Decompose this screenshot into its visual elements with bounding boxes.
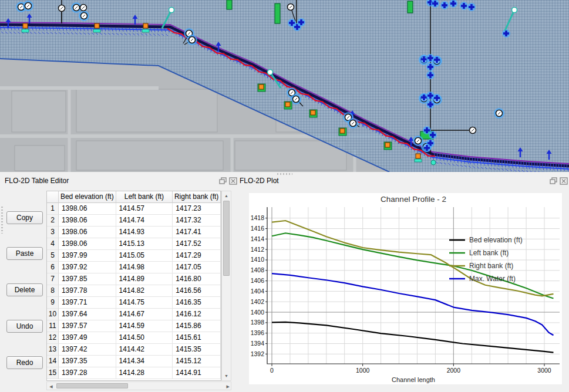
table-cell[interactable]: 1397.49 xyxy=(59,332,116,344)
map-canvas[interactable] xyxy=(0,0,569,172)
row-number[interactable]: 15 xyxy=(47,367,59,379)
scroll-down-arrow[interactable]: ▼ xyxy=(222,374,231,378)
row-number[interactable]: 1 xyxy=(47,203,59,215)
y-tick-label: 1400 xyxy=(251,309,265,316)
column-header[interactable]: Left bank (ft) xyxy=(116,191,173,203)
float-icon[interactable] xyxy=(219,177,227,185)
table-cell[interactable]: 1414.91 xyxy=(173,367,221,379)
row-number[interactable]: 6 xyxy=(47,262,59,273)
vertex-marker-icon xyxy=(426,100,435,109)
table-cell[interactable]: 1415.61 xyxy=(173,332,221,344)
table-cell[interactable]: 1414.59 xyxy=(116,320,173,332)
table-cell[interactable]: 1397.99 xyxy=(59,250,116,262)
table-cell[interactable]: 1417.23 xyxy=(173,203,221,215)
table-cell[interactable]: 1416.80 xyxy=(173,273,221,285)
copy-button[interactable]: Copy xyxy=(6,211,43,224)
table-vscrollbar[interactable]: ▲ ▼ xyxy=(221,191,231,381)
row-number[interactable]: 9 xyxy=(47,297,59,309)
table-hscrollbar[interactable]: ◀ ▶ xyxy=(46,381,231,390)
scroll-right-arrow[interactable]: ▶ xyxy=(224,384,230,388)
row-number[interactable]: 13 xyxy=(47,344,59,356)
y-tick-label: 1410 xyxy=(251,256,265,263)
table-cell[interactable]: 1415.12 xyxy=(173,356,221,367)
table-cell[interactable]: 1414.34 xyxy=(116,356,173,367)
table-row: 141397.351414.341415.12 xyxy=(47,356,221,367)
redo-button[interactable]: Redo xyxy=(6,356,43,369)
table-cell[interactable]: 1397.28 xyxy=(59,367,116,379)
table-corner[interactable] xyxy=(47,191,59,203)
row-number[interactable]: 14 xyxy=(47,356,59,367)
close-icon[interactable] xyxy=(560,177,568,185)
culvert-marker xyxy=(22,29,29,32)
table-cell[interactable]: 1398.06 xyxy=(59,215,116,227)
profile-plot[interactable]: 1392139413961398140014021404140614081410… xyxy=(249,193,562,384)
table-cell[interactable]: 1414.50 xyxy=(116,332,173,344)
table-editor-title: FLO-2D Table Editor xyxy=(5,177,69,185)
chart-svg: 1392139413961398140014021404140614081410… xyxy=(249,193,562,384)
column-header[interactable]: Right bank (ft) xyxy=(173,191,221,203)
close-icon[interactable] xyxy=(229,177,237,185)
table-cell[interactable]: 1414.57 xyxy=(116,203,173,215)
table-cell[interactable]: 1397.78 xyxy=(59,285,116,297)
table-cell[interactable]: 1397.92 xyxy=(59,262,116,273)
table-cell[interactable]: 1417.05 xyxy=(173,262,221,273)
row-number[interactable]: 10 xyxy=(47,309,59,320)
table-cell[interactable]: 1416.56 xyxy=(173,285,221,297)
table-row: 71397.851414.891416.80 xyxy=(47,273,221,285)
table-cell[interactable]: 1414.89 xyxy=(116,273,173,285)
table-cell[interactable]: 1414.42 xyxy=(116,344,173,356)
table-cell[interactable]: 1417.32 xyxy=(173,215,221,227)
float-icon[interactable] xyxy=(550,177,558,185)
dock-splitter-handle[interactable] xyxy=(1,207,3,234)
table-cell[interactable]: 1397.57 xyxy=(59,320,116,332)
table-cell[interactable]: 1415.13 xyxy=(116,238,173,250)
row-number[interactable]: 3 xyxy=(47,227,59,238)
cross-section-table[interactable]: Bed elevation (ft)Left bank (ft)Right ba… xyxy=(46,191,221,381)
table-cell[interactable]: 1414.67 xyxy=(116,309,173,320)
table-cell[interactable]: 1414.98 xyxy=(116,262,173,273)
vscroll-thumb[interactable] xyxy=(223,201,230,276)
scroll-up-arrow[interactable]: ▲ xyxy=(222,194,231,198)
table-cell[interactable]: 1417.52 xyxy=(173,238,221,250)
table-cell[interactable]: 1397.85 xyxy=(59,273,116,285)
y-tick-label: 1414 xyxy=(251,235,265,242)
table-cell[interactable]: 1397.64 xyxy=(59,309,116,320)
table-cell[interactable]: 1417.41 xyxy=(173,227,221,238)
table-cell[interactable]: 1415.05 xyxy=(116,250,173,262)
plot-dock-icons xyxy=(550,177,568,185)
legend-label: Bed elevation (ft) xyxy=(469,236,523,244)
row-number[interactable]: 8 xyxy=(47,285,59,297)
table-cell[interactable]: 1414.82 xyxy=(116,285,173,297)
table-cell[interactable]: 1414.28 xyxy=(116,367,173,379)
table-cell[interactable]: 1414.74 xyxy=(116,215,173,227)
vertex-marker-icon xyxy=(426,71,435,79)
table-cell[interactable]: 1414.75 xyxy=(116,297,173,309)
column-header[interactable]: Bed elevation (ft) xyxy=(59,191,116,203)
row-number[interactable]: 5 xyxy=(47,250,59,262)
row-number[interactable]: 2 xyxy=(47,215,59,227)
y-tick-label: 1408 xyxy=(251,266,265,273)
row-number[interactable]: 11 xyxy=(47,320,59,332)
table-cell[interactable]: 1398.06 xyxy=(59,203,116,215)
table-cell[interactable]: 1416.12 xyxy=(173,309,221,320)
row-number[interactable]: 7 xyxy=(47,273,59,285)
table-cell[interactable]: 1397.42 xyxy=(59,344,116,356)
table-cell[interactable]: 1397.35 xyxy=(59,356,116,367)
table-cell[interactable]: 1398.06 xyxy=(59,227,116,238)
table-cell[interactable]: 1398.06 xyxy=(59,238,116,250)
scroll-left-arrow[interactable]: ◀ xyxy=(48,384,54,388)
plot-splitter-handle[interactable] xyxy=(277,173,292,175)
table-cell[interactable]: 1397.71 xyxy=(59,297,116,309)
table-cell[interactable]: 1415.35 xyxy=(173,344,221,356)
hscroll-thumb[interactable] xyxy=(56,383,128,388)
cross-h xyxy=(289,22,295,24)
undo-button[interactable]: Undo xyxy=(6,320,43,333)
table-cell[interactable]: 1414.93 xyxy=(116,227,173,238)
table-cell[interactable]: 1416.35 xyxy=(173,297,221,309)
row-number[interactable]: 12 xyxy=(47,332,59,344)
table-cell[interactable]: 1417.29 xyxy=(173,250,221,262)
paste-button[interactable]: Paste xyxy=(6,247,43,260)
delete-button[interactable]: Delete xyxy=(6,283,43,296)
table-cell[interactable]: 1415.86 xyxy=(173,320,221,332)
row-number[interactable]: 4 xyxy=(47,238,59,250)
